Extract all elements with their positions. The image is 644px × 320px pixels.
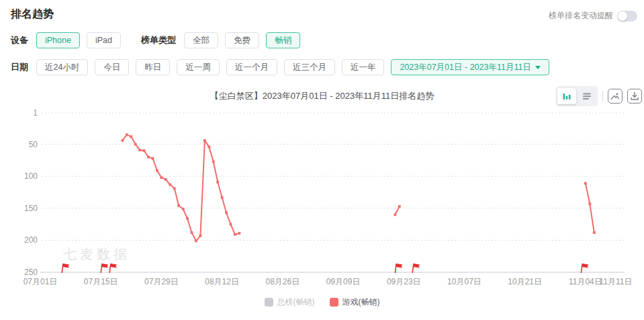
page-title: 排名趋势 (11, 7, 54, 22)
legend-swatch-overall (265, 298, 273, 307)
date-range-value: 2023年07月01日 - 2023年11月11日 (400, 60, 531, 75)
date-option-week[interactable]: 近一周 (177, 59, 220, 75)
rank-alert-toggle[interactable] (617, 11, 637, 22)
svg-text:09月23日: 09月23日 (387, 277, 421, 286)
legend-item-overall-grossing[interactable]: 总榜(畅销) (265, 296, 315, 308)
legend-label-overall: 总榜(畅销) (277, 296, 315, 308)
svg-text:1: 1 (33, 108, 38, 118)
rank-alert-control: 榜单排名变动提醒 (549, 10, 637, 22)
svg-text:08月26日: 08月26日 (265, 277, 300, 286)
svg-text:07月01日: 07月01日 (24, 277, 58, 286)
legend-swatch-game (330, 298, 338, 307)
svg-text:100: 100 (24, 171, 38, 181)
list-type-filter-label: 榜单类型 (141, 34, 176, 46)
svg-text:150: 150 (24, 204, 38, 213)
image-icon (610, 91, 620, 102)
svg-text:200: 200 (24, 235, 38, 245)
svg-text:250: 250 (24, 268, 38, 277)
chart-view-option[interactable] (557, 88, 576, 104)
bar-chart-icon (562, 91, 571, 101)
date-option-24h[interactable]: 近24小时 (36, 59, 88, 75)
svg-text:09月09日: 09月09日 (326, 277, 361, 286)
date-option-3months[interactable]: 近三个月 (284, 59, 335, 75)
list-type-option-all[interactable]: 全部 (184, 32, 218, 48)
svg-text:07月15日: 07月15日 (84, 277, 118, 286)
device-option-iphone[interactable]: iPhone (36, 32, 80, 48)
svg-text:50: 50 (29, 140, 38, 149)
legend-label-game: 游戏(畅销) (342, 296, 380, 308)
date-option-year[interactable]: 近一年 (342, 59, 385, 75)
chevron-down-icon (535, 66, 541, 69)
date-option-today[interactable]: 今日 (95, 59, 129, 75)
list-view-icon (582, 92, 592, 100)
chart-title: 【尘白禁区】2023年07月01日 - 2023年11月11日排名趋势 (0, 90, 644, 102)
list-type-option-free[interactable]: 免费 (225, 32, 259, 48)
date-filter-label: 日期 (11, 61, 28, 73)
chart-legend: 总榜(畅销) 游戏(畅销) (0, 296, 644, 308)
chart-toolbar (556, 86, 642, 106)
toggle-knob-icon (618, 11, 627, 21)
date-range-button[interactable]: 2023年07月01日 - 2023年11月11日 (391, 59, 549, 75)
svg-text:11月11日: 11月11日 (600, 277, 633, 286)
svg-text:10月07日: 10月07日 (447, 277, 481, 286)
chart-view-toggle (556, 86, 598, 106)
device-option-ipad[interactable]: iPad (87, 32, 121, 48)
date-filter-row: 日期 近24小时 今日 昨日 近一周 近一个月 近三个月 近一年 2023年07… (11, 59, 556, 75)
ranking-trend-panel: 排名趋势 榜单排名变动提醒 设备 iPhone iPad 榜单类型 全部 免费 … (0, 0, 644, 320)
date-option-yesterday[interactable]: 昨日 (136, 59, 170, 75)
qimai-watermark: 七麦数据 (63, 245, 130, 264)
rank-alert-label: 榜单排名变动提醒 (549, 10, 613, 22)
download-icon (629, 91, 640, 102)
device-filter-label: 设备 (11, 34, 28, 46)
save-image-button[interactable] (608, 89, 623, 104)
table-view-option[interactable] (578, 88, 596, 104)
legend-item-game-grossing[interactable]: 游戏(畅销) (330, 296, 380, 308)
svg-text:08月12日: 08月12日 (205, 277, 239, 286)
svg-text:07月29日: 07月29日 (144, 277, 179, 286)
download-button[interactable] (627, 89, 642, 104)
ranking-trend-chart[interactable]: 15010015020025007月01日07月15日07月29日08月12日0… (0, 104, 644, 292)
date-option-month[interactable]: 近一个月 (226, 59, 277, 75)
svg-text:10月21日: 10月21日 (508, 277, 542, 286)
toolbar-divider (602, 91, 603, 102)
device-filter-row: 设备 iPhone iPad 榜单类型 全部 免费 畅销 (11, 32, 307, 48)
list-type-option-grossing[interactable]: 畅销 (266, 32, 300, 48)
svg-text:11月04日: 11月04日 (569, 277, 602, 286)
